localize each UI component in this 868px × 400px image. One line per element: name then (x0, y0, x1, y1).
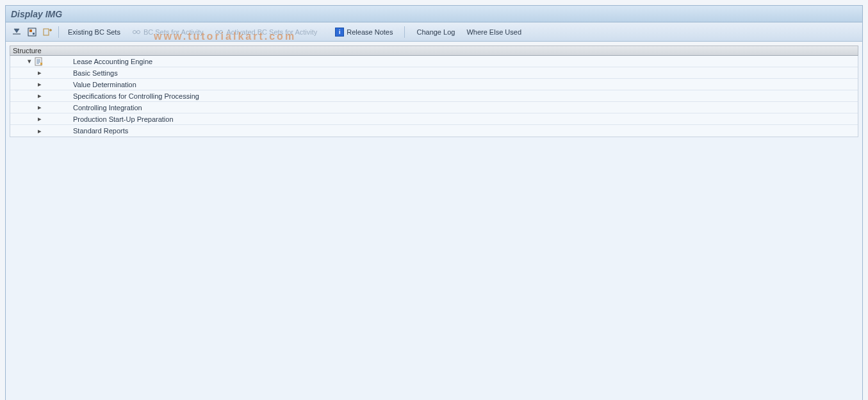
expand-icon[interactable] (10, 25, 24, 39)
tree-node-label: Specifications for Controlling Processin… (73, 92, 199, 100)
page-title: Display IMG (11, 9, 62, 19)
tree-node-label: Basic Settings (73, 69, 118, 77)
tree-child-row[interactable]: ▸ Production Start-Up Preparation (10, 113, 858, 125)
svg-point-4 (133, 30, 136, 33)
tree-child-row[interactable]: ▸ Controlling Integration (10, 102, 858, 113)
tree-child-row[interactable]: ▸ Basic Settings (10, 67, 858, 79)
button-label: Release Notes (347, 28, 393, 36)
add-node-icon[interactable] (40, 25, 54, 39)
button-label: Change Log (416, 28, 455, 36)
button-label: Activated BC Sets for Activity (226, 28, 317, 36)
document-icon[interactable] (35, 57, 44, 66)
tree-child-row[interactable]: ▸ Standard Reports (10, 125, 858, 137)
button-label: Where Else Used (466, 28, 521, 36)
structure-header-label: Structure (13, 47, 42, 54)
tree-child-row[interactable]: ▸ Value Determination (10, 79, 858, 90)
window: Display IMG Existing BC Sets BC Sets for… (5, 5, 863, 400)
button-label: Existing BC Sets (68, 28, 120, 36)
glasses-icon (132, 29, 141, 35)
tree-node-label: Lease Accounting Engine (73, 58, 152, 65)
glasses-icon (215, 29, 224, 35)
content-area: Structure ▾ Lease Accounting Engine ▸ Ba… (6, 46, 862, 400)
expand-icon[interactable]: ▸ (36, 103, 44, 112)
svg-point-6 (216, 30, 219, 33)
expand-icon[interactable]: ▸ (36, 92, 44, 100)
tree-node-label: Standard Reports (73, 127, 128, 135)
release-notes-button[interactable]: i Release Notes (330, 25, 398, 39)
collapse-icon[interactable]: ▾ (26, 57, 33, 65)
info-icon: i (335, 28, 344, 37)
svg-rect-1 (29, 29, 32, 32)
svg-rect-3 (44, 29, 49, 35)
svg-rect-2 (33, 33, 35, 35)
img-activity-icon[interactable] (25, 25, 39, 39)
titlebar: Display IMG (6, 6, 862, 22)
expand-icon[interactable]: ▸ (36, 69, 44, 77)
toolbar-separator (404, 26, 405, 38)
existing-bc-sets-button[interactable]: Existing BC Sets (63, 25, 126, 39)
tree: ▾ Lease Accounting Engine ▸ Basic Settin… (10, 56, 858, 137)
where-else-used-button[interactable]: Where Else Used (461, 25, 527, 39)
expand-icon[interactable]: ▸ (36, 80, 44, 88)
bc-sets-for-activity-button: BC Sets for Activity (127, 25, 209, 39)
svg-point-5 (136, 30, 140, 33)
activated-bc-sets-for-activity-button: Activated BC Sets for Activity (209, 25, 322, 39)
svg-point-7 (220, 30, 223, 33)
toolbar: Existing BC Sets BC Sets for Activity Ac… (6, 22, 862, 42)
structure-header: Structure (10, 46, 858, 56)
tree-child-row[interactable]: ▸ Specifications for Controlling Process… (10, 90, 858, 102)
tree-node-label: Production Start-Up Preparation (73, 115, 174, 123)
tree-root-row[interactable]: ▾ Lease Accounting Engine (10, 56, 858, 67)
change-log-button[interactable]: Change Log (411, 25, 460, 39)
tree-node-label: Controlling Integration (73, 104, 142, 112)
expand-icon[interactable]: ▸ (36, 115, 44, 123)
expand-icon[interactable]: ▸ (36, 127, 44, 135)
toolbar-separator (58, 26, 59, 38)
tree-node-label: Value Determination (73, 81, 136, 88)
button-label: BC Sets for Activity (143, 28, 204, 36)
